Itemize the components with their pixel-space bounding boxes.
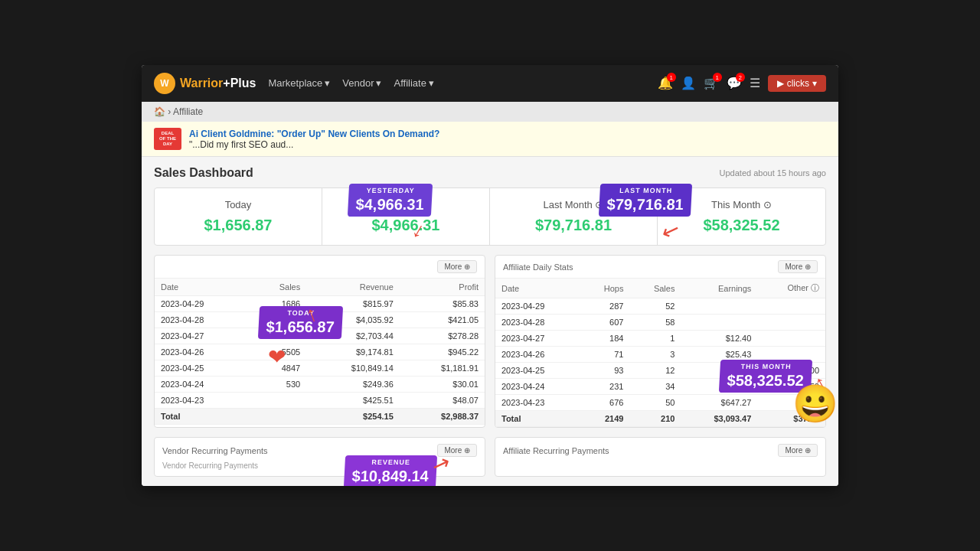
dashboard-title: Sales Dashboard bbox=[154, 166, 253, 180]
vendor-profit: $278.28 bbox=[400, 328, 485, 344]
stat-yesterday: Yesterday $4,966.31 bbox=[322, 188, 490, 245]
vendor-revenue: $4,035.92 bbox=[306, 312, 400, 328]
aff-other bbox=[757, 298, 825, 315]
stat-last-month-label: Last Month ⊙ bbox=[501, 199, 646, 210]
vendor-revenue: $9,174.81 bbox=[306, 344, 400, 360]
affiliate-data-table: Date Hops Sales Earnings Other ⓘ 2023-04… bbox=[495, 279, 825, 427]
deal-badge-deal: DEAL bbox=[158, 131, 177, 136]
vendor-total-row: Total $254.15 $2,988.37 bbox=[155, 409, 485, 425]
stat-today-value: $1,656.87 bbox=[165, 217, 311, 234]
aff-total-label: Total bbox=[495, 411, 580, 427]
aff-total-hops: 2149 bbox=[580, 411, 629, 427]
aff-date: 2023-04-28 bbox=[495, 315, 580, 331]
vendor-recurring-section: Vendor Recurring Payments More ⊕ Vendor … bbox=[154, 437, 485, 477]
aff-hops: 71 bbox=[580, 347, 629, 363]
aff-date: 2023-04-27 bbox=[495, 331, 580, 347]
aff-sales: 1 bbox=[629, 331, 681, 347]
aff-other bbox=[757, 331, 825, 347]
deal-badge-of-the: OF THE bbox=[158, 136, 177, 142]
col-profit: Profit bbox=[400, 279, 485, 296]
vendor-more-button[interactable]: More ⊕ bbox=[437, 260, 477, 273]
vendor-revenue: $2,703.44 bbox=[306, 328, 400, 344]
affiliate-table-section: Affiliate Daily Stats More ⊕ Date Hops S… bbox=[495, 255, 826, 428]
affiliate-table-row: 2023-04-26 71 3 $25.43 bbox=[495, 347, 825, 363]
aff-sales: 34 bbox=[629, 379, 681, 395]
aff-other bbox=[757, 315, 825, 331]
aff-date: 2023-04-26 bbox=[495, 347, 580, 363]
main-content: Sales Dashboard Updated about 15 hours a… bbox=[142, 157, 838, 486]
affiliate-more-button[interactable]: More ⊕ bbox=[778, 260, 818, 273]
notification-badge: 1 bbox=[667, 73, 676, 82]
stat-yesterday-value: $4,966.31 bbox=[333, 217, 479, 234]
col-date: Date bbox=[155, 279, 250, 296]
aff-hops: 287 bbox=[580, 298, 629, 315]
screenshot-wrapper: W Warrior+Plus Marketplace ▾ Vendor ▾ Af… bbox=[0, 0, 980, 551]
vendor-profit: $421.05 bbox=[400, 312, 485, 328]
aff-other bbox=[757, 347, 825, 363]
vendor-table-row: 2023-04-29 1686 $815.97 $85.83 bbox=[155, 296, 485, 312]
browser-frame: W Warrior+Plus Marketplace ▾ Vendor ▾ Af… bbox=[142, 65, 838, 487]
clicks-button[interactable]: ▶ clicks ▾ bbox=[768, 75, 826, 92]
vendor-date: 2023-04-29 bbox=[155, 296, 250, 312]
stats-row: Today $1,656.87 Yesterday $4,966.31 Last… bbox=[154, 187, 826, 246]
affiliate-recurring-more[interactable]: More ⊕ bbox=[778, 444, 818, 457]
affiliate-table-row: 2023-04-25 93 12 $303.67 $0.00 bbox=[495, 363, 825, 379]
affiliate-nav[interactable]: Affiliate ▾ bbox=[394, 77, 433, 89]
vendor-nav[interactable]: Vendor ▾ bbox=[342, 77, 381, 89]
col-aff-date: Date bbox=[495, 279, 580, 298]
breadcrumb-current: Affiliate bbox=[173, 106, 203, 117]
vendor-table-row: 2023-04-28 3500 $4,035.92 $421.05 bbox=[155, 312, 485, 328]
cart-icon[interactable]: 🛒1 bbox=[704, 76, 719, 90]
aff-other: $12.50 bbox=[757, 379, 825, 395]
vendor-profit: $85.83 bbox=[400, 296, 485, 312]
warrior-logo-icon: W bbox=[154, 73, 175, 94]
vendor-date: 2023-04-28 bbox=[155, 312, 250, 328]
col-hops: Hops bbox=[580, 279, 629, 298]
aff-date: 2023-04-23 bbox=[495, 395, 580, 411]
aff-earnings: $25.43 bbox=[681, 347, 757, 363]
affiliate-total-row: Total 2149 210 $3,093.47 $37.03 bbox=[495, 411, 825, 427]
marketplace-nav[interactable]: Marketplace ▾ bbox=[268, 77, 330, 89]
aff-date: 2023-04-25 bbox=[495, 363, 580, 379]
nav-items: Marketplace ▾ Vendor ▾ Affiliate ▾ bbox=[268, 77, 433, 89]
aff-hops: 676 bbox=[580, 395, 629, 411]
vendor-table-row: 2023-04-26 5505 $9,174.81 $945.22 bbox=[155, 344, 485, 360]
aff-earnings: $303.67 bbox=[681, 363, 757, 379]
deal-badge-day: DAY bbox=[158, 142, 177, 147]
deal-title[interactable]: Ai Client Goldmine: "Order Up" New Clien… bbox=[189, 129, 439, 139]
deal-subtitle: "...Did my first SEO aud... bbox=[189, 139, 439, 150]
vendor-revenue: $249.36 bbox=[306, 377, 400, 393]
aff-date: 2023-04-29 bbox=[495, 298, 580, 315]
vendor-recurring-content: Vendor Recurring Payments bbox=[162, 461, 477, 470]
home-icon[interactable]: 🏠 bbox=[154, 106, 165, 117]
profile-icon[interactable]: 👤 bbox=[681, 76, 696, 90]
aff-hops: 231 bbox=[580, 379, 629, 395]
affiliate-table-row: 2023-04-28 607 58 bbox=[495, 315, 825, 331]
notification-icon[interactable]: 🔔1 bbox=[658, 76, 673, 90]
breadcrumb: 🏠 › Affiliate bbox=[142, 102, 838, 122]
aff-other: $0.00 bbox=[757, 363, 825, 379]
vendor-recurring-more[interactable]: More ⊕ bbox=[437, 444, 477, 457]
vendor-table-header-row: Date Sales Revenue Profit bbox=[155, 279, 485, 296]
menu-icon[interactable]: ☰ bbox=[750, 76, 760, 90]
cart-badge: 1 bbox=[713, 73, 722, 82]
brand-plus: +Plus bbox=[223, 77, 256, 90]
vendor-total-label: Total bbox=[155, 409, 250, 425]
messages-icon[interactable]: 💬2 bbox=[727, 76, 742, 90]
affiliate-table-header: Affiliate Daily Stats More ⊕ bbox=[495, 256, 825, 279]
aff-total-earnings: $3,093.47 bbox=[681, 411, 757, 427]
vendor-date: 2023-04-23 bbox=[155, 393, 250, 409]
stat-last-month-value: $79,716.81 bbox=[501, 217, 646, 234]
vendor-revenue: $425.51 bbox=[306, 393, 400, 409]
vendor-sales: 2515 bbox=[250, 328, 307, 344]
aff-earnings: $647.27 bbox=[681, 395, 757, 411]
updated-text: Updated about 15 hours ago bbox=[720, 168, 826, 178]
vendor-table-row: 2023-04-23 $425.51 $48.07 bbox=[155, 393, 485, 409]
messages-badge: 2 bbox=[736, 73, 745, 82]
vendor-revenue: $815.97 bbox=[306, 296, 400, 312]
vendor-recurring-label: Vendor Recurring Payments bbox=[162, 446, 268, 455]
vendor-table-section: More ⊕ Date Sales Revenue Profit bbox=[154, 255, 485, 428]
navbar: W Warrior+Plus Marketplace ▾ Vendor ▾ Af… bbox=[142, 65, 838, 102]
aff-sales: 3 bbox=[629, 347, 681, 363]
vendor-profit: $945.22 bbox=[400, 344, 485, 360]
